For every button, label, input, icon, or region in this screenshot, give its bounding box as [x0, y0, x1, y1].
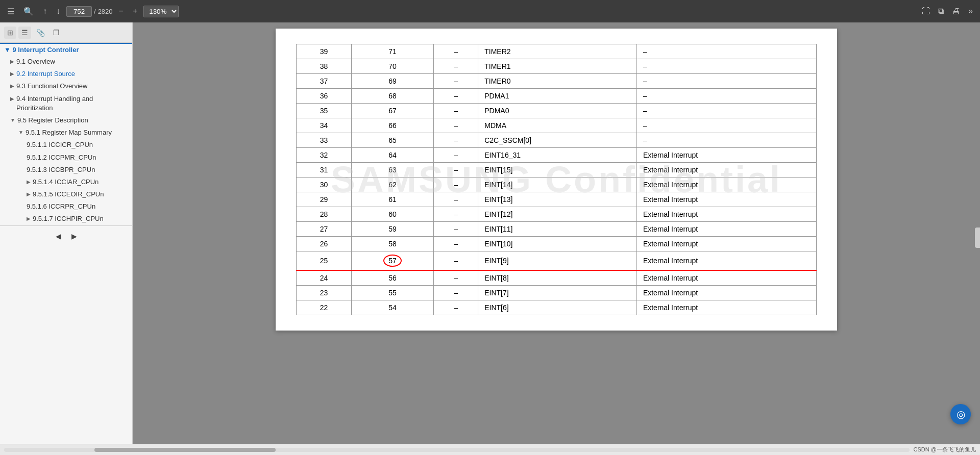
search-button[interactable]: 🔍 — [20, 5, 37, 18]
sidebar-label-9-5-1-1: 9.5.1.1 ICCICR_CPUn — [27, 140, 128, 149]
layers-icon: ❐ — [53, 29, 60, 37]
right-handle[interactable] — [975, 228, 980, 248]
sidebar-item-9-5-1-5[interactable]: ▶ 9.5.1.5 ICCEOIR_CPUn — [0, 188, 132, 200]
bottom-scrollbar[interactable] — [4, 448, 910, 452]
list-view-button[interactable]: ☰ — [18, 27, 31, 39]
arrow-icon-9-3: ▶ — [10, 83, 14, 90]
attach-button[interactable]: 📎 — [33, 27, 48, 39]
table-row: 2961–EINT[13]External Interrupt — [297, 192, 817, 207]
window-button[interactable]: ⧉ — [935, 5, 947, 18]
chat-bubble[interactable]: ◎ — [950, 404, 971, 424]
table-row: 3567–PDMA0– — [297, 104, 817, 118]
sidebar-item-9-5-1[interactable]: ▼ 9.5.1 Register Map Summary — [0, 127, 132, 139]
table-row: 3264–EINT16_31External Interrupt — [297, 148, 817, 163]
table-row: 2557–EINT[9]External Interrupt — [297, 251, 817, 271]
arrow-icon-9-5-1-4: ▶ — [27, 179, 31, 186]
sidebar-item-9-5-1-6[interactable]: 9.5.1.6 ICCRPR_CPUn — [0, 200, 132, 213]
chevron-right-icon: » — [968, 7, 973, 16]
top-toolbar: ☰ 🔍 ↑ ↓ 752 / 2820 − + 130% 50% 75% 100%… — [0, 0, 980, 22]
table-row: 3466–MDMA– — [297, 118, 817, 133]
sidebar-label-9-5-1-6: 9.5.1.6 ICCRPR_CPUn — [27, 202, 128, 211]
arrow-icon-9-5: ▼ — [10, 117, 15, 124]
sidebar-item-9-4[interactable]: ▶ 9.4 Interrupt Handling and Prioritizat… — [0, 93, 132, 114]
sidebar-prev-button[interactable]: ◀ — [53, 230, 64, 242]
page-separator: / — [94, 8, 96, 15]
table-row: 3062–EINT[14]External Interrupt — [297, 178, 817, 192]
content-area[interactable]: SAMSUNG Confidential 3971–TIMER2–3870–TI… — [133, 22, 980, 444]
table-row: 2860–EINT[12]External Interrupt — [297, 207, 817, 222]
table-row: 3365–C2C_SSCM[0]– — [297, 133, 817, 148]
page-total: 2820 — [98, 8, 113, 15]
collapse-arrow: ▼ — [4, 46, 11, 54]
sidebar: ⊞ ☰ 📎 ❐ ▼ 9 Interrupt Controller ▶ 9.1 O… — [0, 22, 133, 444]
interrupt-table: 3971–TIMER2–3870–TIMER1–3769–TIMER0–3668… — [296, 44, 817, 315]
scroll-up-button[interactable]: ↑ — [40, 5, 50, 18]
sidebar-label-9-4: 9.4 Interrupt Handling and Prioritizatio… — [16, 94, 128, 113]
fullscreen-button[interactable]: ⛶ — [919, 5, 933, 18]
bottom-bar: CSDN @一条飞飞的鱼儿 — [0, 444, 980, 455]
table-row: 2254–EINT[6]External Interrupt — [297, 300, 817, 315]
sidebar-label-9-3: 9.3 Functional Overview — [16, 82, 128, 91]
search-icon: 🔍 — [23, 7, 34, 16]
window-icon: ⧉ — [938, 7, 944, 16]
zoom-in-button[interactable]: + — [130, 5, 140, 18]
main-layout: ⊞ ☰ 📎 ❐ ▼ 9 Interrupt Controller ▶ 9.1 O… — [0, 22, 980, 444]
sidebar-item-9-2[interactable]: ▶ 9.2 Interrupt Source — [0, 68, 132, 80]
sidebar-item-9-5[interactable]: ▼ 9.5 Register Description — [0, 114, 132, 127]
sidebar-item-9-5-1-2[interactable]: 9.5.1.2 ICCPMR_CPUn — [0, 151, 132, 164]
up-arrow-icon: ↑ — [43, 7, 47, 16]
bottom-label: CSDN @一条飞飞的鱼儿 — [914, 446, 976, 453]
sidebar-item-9-5-1-7[interactable]: ▶ 9.5.1.7 ICCHPIR_CPUn — [0, 213, 132, 225]
sidebar-item-9-3[interactable]: ▶ 9.3 Functional Overview — [0, 80, 132, 92]
sidebar-item-9-5-1-4[interactable]: ▶ 9.5.1.4 ICCIAR_CPUn — [0, 176, 132, 188]
sidebar-label-9-2: 9.2 Interrupt Source — [16, 69, 128, 79]
down-arrow-icon: ↓ — [56, 7, 60, 16]
menu-button[interactable]: ☰ — [4, 5, 17, 18]
arrow-icon-9-5-1-7: ▶ — [27, 215, 31, 222]
grid-view-button[interactable]: ⊞ — [4, 27, 16, 39]
sidebar-item-9-5-1-3[interactable]: 9.5.1.3 ICCBPR_CPUn — [0, 164, 132, 176]
sidebar-label-9-5-1-4: 9.5.1.4 ICCIAR_CPUn — [33, 178, 128, 187]
table-row: 3163–EINT[15]External Interrupt — [297, 163, 817, 178]
table-row: 3769–TIMER0– — [297, 74, 817, 89]
grid-icon: ⊞ — [7, 29, 13, 37]
page-input[interactable]: 752 — [66, 6, 92, 17]
toc-section-header[interactable]: ▼ 9 Interrupt Controller — [0, 43, 132, 56]
sidebar-item-9-5-1-1[interactable]: 9.5.1.1 ICCICR_CPUn — [0, 139, 132, 151]
sidebar-label-9-5-1-2: 9.5.1.2 ICCPMR_CPUn — [27, 153, 128, 162]
arrow-icon-9-4: ▶ — [10, 95, 14, 103]
sidebar-label-9-1: 9.1 Overview — [16, 57, 128, 66]
table-row: 3870–TIMER1– — [297, 59, 817, 74]
arrow-icon-9-2: ▶ — [10, 70, 14, 78]
sidebar-label-9-5-1-7: 9.5.1.7 ICCHPIR_CPUn — [33, 214, 128, 223]
print-button[interactable]: 🖨 — [949, 5, 963, 18]
plus-icon: + — [133, 7, 137, 16]
print-icon: 🖨 — [952, 7, 960, 16]
table-row: 2456–EINT[8]External Interrupt — [297, 270, 817, 286]
sub-toolbar: ⊞ ☰ 📎 ❐ — [0, 22, 132, 43]
more-button[interactable]: » — [965, 5, 976, 18]
section-header-label: 9 Interrupt Controller — [13, 46, 79, 54]
scroll-down-button[interactable]: ↓ — [53, 5, 63, 18]
table-row: 2658–EINT[10]External Interrupt — [297, 237, 817, 251]
page-container: SAMSUNG Confidential 3971–TIMER2–3870–TI… — [276, 29, 837, 331]
table-row: 2355–EINT[7]External Interrupt — [297, 286, 817, 300]
sidebar-item-9-1[interactable]: ▶ 9.1 Overview — [0, 56, 132, 68]
chat-icon: ◎ — [957, 408, 965, 420]
sidebar-next-button[interactable]: ▶ — [68, 230, 80, 242]
zoom-select[interactable]: 130% 50% 75% 100% 125% 150% 175% 200% — [143, 6, 179, 17]
minus-icon: − — [119, 7, 124, 16]
arrow-icon-9-1: ▶ — [10, 58, 14, 65]
zoom-out-button[interactable]: − — [116, 5, 127, 18]
layers-button[interactable]: ❐ — [50, 27, 63, 39]
fullscreen-icon: ⛶ — [922, 7, 930, 16]
arrow-icon-9-5-1: ▼ — [18, 129, 23, 136]
paperclip-icon: 📎 — [36, 29, 45, 37]
arrow-icon-9-5-1-5: ▶ — [27, 191, 31, 198]
table-row: 2759–EINT[11]External Interrupt — [297, 222, 817, 237]
sidebar-label-9-5-1-5: 9.5.1.5 ICCEOIR_CPUn — [33, 190, 128, 199]
table-row: 3668–PDMA1– — [297, 89, 817, 104]
sidebar-label-9-5-1: 9.5.1 Register Map Summary — [26, 128, 128, 137]
bottom-scroll-thumb — [94, 448, 276, 452]
menu-icon: ☰ — [7, 7, 14, 16]
